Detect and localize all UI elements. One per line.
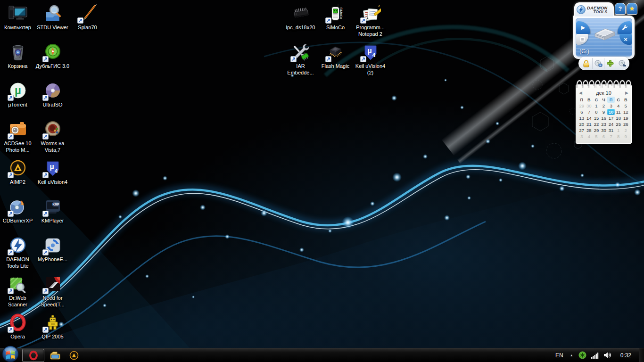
calendar-day[interactable]: 24 <box>607 121 615 127</box>
image-catalog-button[interactable] <box>580 58 592 69</box>
calendar-day[interactable]: 2 <box>600 103 608 109</box>
calendar-day[interactable]: 28 <box>586 127 593 133</box>
desktop-icon-acdsee[interactable]: ACDSee 10 Photo M... <box>0 120 35 154</box>
desktop-icon-keil-uvision4[interactable]: µ 4 Keil uVision4 <box>35 158 70 186</box>
show-desktop-button[interactable] <box>639 348 644 362</box>
taskbar-aimp-button[interactable] <box>66 349 82 362</box>
calendar-day[interactable]: 19 <box>622 115 629 121</box>
add-image-button[interactable] <box>604 58 616 69</box>
desktop-icon-iar-embedded[interactable]: IAR Embedde... <box>283 42 318 76</box>
daemon-toolbar <box>578 57 629 70</box>
calendar-day[interactable]: 16 <box>600 115 608 121</box>
calendar-month-label[interactable]: дек 10 <box>596 90 611 96</box>
calendar-day[interactable]: 3 <box>578 133 586 140</box>
calendar-day[interactable]: 29 <box>578 103 586 109</box>
desktop-icon-cdburnerxp[interactable]: CDBurnerXP <box>0 197 35 224</box>
desktop-icon-simoco[interactable]: SiMoCo SiMoCo <box>318 4 353 31</box>
device-panel-button[interactable] <box>616 58 627 69</box>
mount-image-button[interactable] <box>592 58 604 69</box>
desktop-icon-myphoneexplorer[interactable]: MyPhoneE... <box>35 236 70 263</box>
calendar-day[interactable]: 1 <box>615 127 622 133</box>
svg-text:µ: µ <box>50 163 54 171</box>
calendar-day[interactable]: 18 <box>615 115 622 121</box>
calendar-day[interactable]: 8 <box>593 109 600 115</box>
calendar-day[interactable]: 5 <box>593 133 600 140</box>
daemon-help-button[interactable]: ? <box>615 3 626 15</box>
mount-play-button[interactable]: ▶ <box>576 21 590 34</box>
desktop-icon-recycle-bin[interactable]: Корзина <box>0 42 35 70</box>
calendar-day[interactable]: 20 <box>578 121 586 127</box>
calendar-day[interactable]: 7 <box>607 133 615 140</box>
unmount-stop-button[interactable] <box>576 34 588 45</box>
calendar-day[interactable]: 21 <box>586 121 593 127</box>
spiral-binding <box>576 78 632 90</box>
calendar-day[interactable]: 14 <box>586 115 593 121</box>
drive-settings-button[interactable] <box>618 21 632 34</box>
calendar-day[interactable]: 11 <box>615 109 622 115</box>
desktop-icon-keil-uvision4-2[interactable]: µ 4 Keil uVision4 (2) <box>353 42 388 76</box>
calendar-day[interactable]: 6 <box>600 133 608 140</box>
volume-icon[interactable] <box>601 348 614 362</box>
language-indicator[interactable]: EN <box>552 352 567 359</box>
desktop-icon-aimp2[interactable]: AIMP2 <box>0 158 35 186</box>
calendar-day[interactable]: 10 <box>607 109 615 115</box>
drive-remove-button[interactable]: × <box>619 34 632 45</box>
calendar-day[interactable]: 15 <box>593 115 600 121</box>
calendar-day[interactable]: 4 <box>586 133 593 140</box>
taskbar-clock[interactable]: 0:32 <box>614 352 639 359</box>
calendar-next-icon[interactable]: ▶ <box>625 91 628 95</box>
desktop-icon-programmers-notepad2[interactable]: Programm... Notepad 2 <box>353 4 388 38</box>
calendar-day[interactable]: 1 <box>593 103 600 109</box>
calendar-day[interactable]: 8 <box>615 133 622 140</box>
hidden-icons-arrow[interactable]: ▲ <box>567 354 576 357</box>
desktop-icon-worms[interactable]: Worms на Vista,7 <box>35 120 70 154</box>
calendar-day[interactable]: 22 <box>593 121 600 127</box>
drweb-tray-icon[interactable] <box>576 348 589 362</box>
taskbar-opera-button[interactable] <box>22 349 44 362</box>
desktop-icon-nfs[interactable]: Need for Speed(T... <box>35 274 70 308</box>
desktop-icon-daemon-tools-lite[interactable]: DAEMON Tools Lite <box>0 236 35 270</box>
calendar-days-grid: 2930123456789101112131415161718192021222… <box>578 103 629 140</box>
calendar-day[interactable]: 27 <box>578 127 586 133</box>
acdsee-icon <box>7 120 29 140</box>
calendar-day[interactable]: 26 <box>622 121 629 127</box>
calendar-day[interactable]: 25 <box>615 121 622 127</box>
calendar-day[interactable]: 29 <box>593 127 600 133</box>
calendar-day[interactable]: 2 <box>622 127 629 133</box>
daemon-settings-button[interactable]: ★ <box>627 3 637 15</box>
calendar-day[interactable]: 13 <box>578 115 586 121</box>
daemon-tools-tab[interactable]: DAEMONTOOLS <box>574 2 614 16</box>
calendar-day[interactable]: 30 <box>600 127 608 133</box>
desktop-icon-qip2005[interactable]: QIP 2005 <box>35 313 70 340</box>
calendar-day[interactable]: 3 <box>607 103 615 109</box>
calendar-day[interactable]: 23 <box>600 121 608 127</box>
calendar-day[interactable]: 5 <box>622 103 629 109</box>
calendar-day[interactable]: 6 <box>578 109 586 115</box>
calendar-day[interactable]: 4 <box>615 103 622 109</box>
desktop-icon-stdu-viewer[interactable]: STDU Viewer <box>35 4 70 31</box>
calendar-day[interactable]: 7 <box>586 109 593 115</box>
desktop-icon-ultraiso[interactable]: UltraISO <box>35 81 70 108</box>
desktop-icon-utorrent[interactable]: µ µTorrent <box>0 81 35 108</box>
aimp2-icon <box>7 158 29 178</box>
calendar-day[interactable]: 9 <box>600 109 608 115</box>
desktop-icon-splan70[interactable]: Splan70 <box>70 4 105 31</box>
desktop-icon-computer[interactable]: Компьютер <box>0 4 35 31</box>
calendar-prev-icon[interactable]: ◀ <box>579 91 582 95</box>
desktop-icon-kmplayer[interactable]: KMP KMPlayer <box>35 197 70 224</box>
desktop-icon-2gis[interactable]: ДубльГИС 3.0 <box>35 42 70 70</box>
network-icon[interactable] <box>589 348 601 362</box>
calendar-day[interactable]: 31 <box>607 127 615 133</box>
desktop-icon-drweb-scanner[interactable]: Dr.Web Scanner <box>0 274 35 308</box>
start-button[interactable] <box>1 346 20 362</box>
calendar-day[interactable]: 17 <box>607 115 615 121</box>
calendar-day[interactable]: 9 <box>622 133 629 140</box>
svg-text:KMP: KMP <box>52 203 59 206</box>
desktop-icon-flash-magic[interactable]: Flash Magic <box>318 42 353 70</box>
desktop-icon-opera[interactable]: Opera <box>0 313 35 340</box>
calendar-day[interactable]: 30 <box>586 103 593 109</box>
taskbar-explorer-button[interactable] <box>47 349 63 362</box>
calendar-day[interactable]: 12 <box>622 109 629 115</box>
desktop-icon-lpc-ds18x20[interactable]: lpc_ds18x20 <box>283 4 318 31</box>
taskbar: EN ▲ <box>0 348 644 362</box>
